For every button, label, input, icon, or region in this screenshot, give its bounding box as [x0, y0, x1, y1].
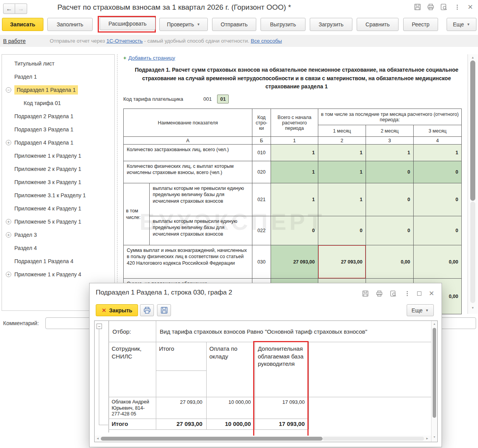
- save-icon[interactable]: [414, 3, 421, 11]
- panel-splitter[interactable]: [117, 54, 117, 311]
- salary-cell[interactable]: 10 000,00: [209, 399, 251, 405]
- filter-value: Вид тарифа страховых взносов Равно "Осно…: [160, 328, 416, 336]
- sidebar-item-podrazdel4-razdela1[interactable]: +Подраздел 4 Раздела 1: [2, 136, 114, 149]
- scroll-down-icon[interactable]: ▼: [431, 436, 437, 438]
- col-header-extra: Дополнительная облагаемая база руководит…: [258, 345, 305, 368]
- compare-button[interactable]: Сравнить: [357, 18, 399, 31]
- col-header-code: Код стро-ки: [252, 109, 271, 137]
- scroll-up-icon[interactable]: ▲: [468, 56, 478, 59]
- expand-icon[interactable]: +: [6, 140, 11, 145]
- menu-kebab-icon[interactable]: [453, 3, 461, 11]
- modal-close-button[interactable]: ✕Закрыть: [96, 304, 138, 316]
- print-icon[interactable]: [375, 289, 383, 297]
- sidebar-item-podrazdel2-razdela1[interactable]: Подраздел 2 Раздела 1: [2, 110, 114, 123]
- close-icon[interactable]: ✕: [428, 289, 435, 297]
- cell-value[interactable]: 0: [414, 216, 462, 245]
- modal-save-button[interactable]: [157, 304, 171, 316]
- expand-icon[interactable]: +: [6, 232, 11, 238]
- row-label: Количество застрахованных лиц, всего (че…: [124, 145, 252, 161]
- row-code: 030: [252, 245, 271, 279]
- total-cell[interactable]: 27 093,00: [159, 399, 202, 405]
- sidebar-item-razdel3[interactable]: +Раздел 3: [2, 228, 114, 241]
- sidebar-item-razdel4[interactable]: Раздел 4: [2, 241, 114, 255]
- modal-print-button[interactable]: [140, 304, 154, 316]
- preview-icon[interactable]: [389, 289, 397, 297]
- status-state-link[interactable]: В работе: [3, 38, 26, 44]
- cell-value[interactable]: 0,00: [366, 245, 414, 279]
- status-message: Отправьте отчет через 1С-Отчетность - са…: [50, 38, 282, 44]
- cell-value[interactable]: 1: [318, 183, 366, 216]
- scroll-right-icon[interactable]: ►: [426, 437, 429, 440]
- sidebar-item-podrazdel1-razdela1[interactable]: −Подраздел 1 Раздела 1: [2, 83, 114, 96]
- maximize-icon[interactable]: [417, 291, 421, 296]
- sidebar-item-razdel1[interactable]: Раздел 1: [2, 70, 114, 83]
- fill-button[interactable]: Заполнить: [47, 18, 93, 31]
- col-letter: 4: [414, 137, 462, 145]
- cell-value[interactable]: 0,00: [414, 245, 462, 279]
- back-button[interactable]: ←: [3, 3, 15, 14]
- all-methods-link[interactable]: Все способы: [251, 38, 282, 44]
- expand-icon[interactable]: +: [6, 219, 11, 224]
- cell-value[interactable]: 1: [271, 145, 318, 161]
- cell-value[interactable]: 0: [366, 183, 414, 216]
- sidebar-item-prilozhenie4-razdelu1[interactable]: Приложение 4 к Разделу 1: [2, 202, 114, 215]
- menu-kebab-icon[interactable]: [403, 289, 411, 297]
- sidebar-item-prilozhenie1-razdelu4[interactable]: +Приложение 1 к Разделу 4: [2, 268, 114, 281]
- cell-value[interactable]: 0: [414, 183, 462, 216]
- cell-value[interactable]: 27 093,00: [271, 245, 318, 279]
- cell-value[interactable]: 1: [366, 145, 414, 161]
- scrollbar-thumb[interactable]: [470, 60, 475, 201]
- total-row-total[interactable]: 27 093,00: [159, 420, 202, 427]
- send-button[interactable]: Отправить: [212, 18, 256, 31]
- status-bar: В работе Отправьте отчет через 1С-Отчетн…: [0, 35, 478, 47]
- expand-icon[interactable]: +: [6, 272, 11, 277]
- sidebar-item-prilozhenie2-razdelu1[interactable]: Приложение 2 к Разделу 1: [2, 162, 114, 176]
- sidebar-item-prilozhenie1-razdelu1[interactable]: Приложение 1 к Разделу 1: [2, 149, 114, 162]
- close-icon[interactable]: ✕: [466, 3, 474, 11]
- preview-icon[interactable]: [440, 3, 448, 11]
- sidebar-item-title-page[interactable]: Титульный лист: [2, 57, 114, 70]
- sidebar-item-prilozhenie3-1-razdelu1[interactable]: Приложение 3.1 к Разделу 1: [2, 189, 114, 202]
- employee-cell[interactable]: Облаков Андрей Юрьевич, 814-277-428 05: [112, 399, 154, 417]
- tariff-value-field[interactable]: 01: [217, 95, 229, 103]
- save-icon[interactable]: [361, 289, 369, 297]
- modal-more-button[interactable]: Еще▼: [407, 304, 434, 316]
- sidebar-item-kod-tarifa-01[interactable]: Код тарифа 01: [2, 96, 114, 110]
- cell-value[interactable]: 1: [271, 161, 318, 183]
- scroll-left-icon[interactable]: ◄: [96, 437, 99, 440]
- cell-value[interactable]: 1: [318, 145, 366, 161]
- save-button[interactable]: Записать: [2, 18, 43, 31]
- cell-value[interactable]: 0: [318, 216, 366, 245]
- cell-value[interactable]: 0: [366, 216, 414, 245]
- total-row-extra[interactable]: 17 093,00: [258, 420, 305, 427]
- check-button[interactable]: Проверить▼: [159, 18, 208, 31]
- scrollbar-thumb[interactable]: [101, 437, 323, 441]
- sidebar-item-podrazdel1-razdela4[interactable]: Подраздел 1 Раздела 4: [2, 255, 114, 268]
- decrypt-button[interactable]: Расшифровать: [100, 17, 155, 30]
- cell-value[interactable]: 1: [318, 161, 366, 183]
- add-page-link[interactable]: +Добавить страницу: [123, 55, 175, 61]
- scroll-up-icon[interactable]: ▲: [431, 322, 437, 325]
- sidebar-item-prilozhenie3-razdelu1[interactable]: Приложение 3 к Разделу 1: [2, 176, 114, 189]
- collapse-icon[interactable]: −: [6, 87, 11, 93]
- cell-value[interactable]: 1: [271, 183, 318, 216]
- scroll-down-icon[interactable]: ▼: [468, 306, 478, 310]
- cell-value[interactable]: 1: [414, 145, 462, 161]
- cell-value-highlighted[interactable]: 27 093,00: [318, 245, 366, 279]
- load-button[interactable]: Загрузить: [310, 18, 352, 31]
- forward-button[interactable]: →: [15, 3, 27, 14]
- scrollbar-thumb[interactable]: [433, 328, 436, 418]
- cell-value[interactable]: 0: [366, 161, 414, 183]
- cell-value[interactable]: 0: [271, 216, 318, 245]
- registry-button[interactable]: Реестр: [403, 18, 438, 31]
- more-button[interactable]: Еще▼: [447, 18, 476, 31]
- extra-cell[interactable]: 17 093,00: [258, 399, 305, 405]
- total-row-salary[interactable]: 10 000,00: [209, 420, 251, 427]
- group-collapse-icon[interactable]: −: [97, 324, 102, 329]
- cell-value[interactable]: 0: [414, 161, 462, 183]
- export-button[interactable]: Выгрузить: [261, 18, 305, 31]
- print-icon[interactable]: [427, 3, 435, 11]
- service-link[interactable]: 1С-Отчетность: [106, 38, 143, 44]
- sidebar-item-podrazdel3-razdela1[interactable]: Подраздел 3 Раздела 1: [2, 123, 114, 136]
- sidebar-item-prilozhenie5-razdelu1[interactable]: +Приложение 5 к Разделу 1: [2, 215, 114, 228]
